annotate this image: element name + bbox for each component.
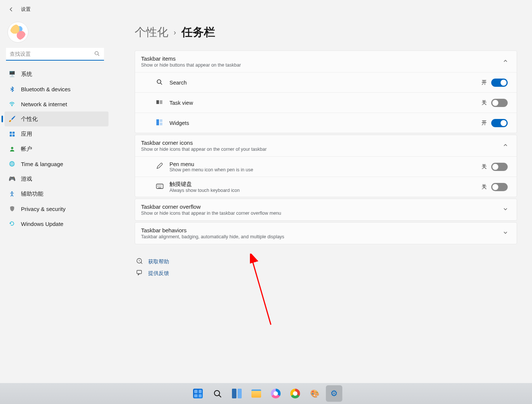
avatar[interactable]	[7, 22, 28, 43]
section-title: Taskbar items	[141, 55, 241, 62]
sidebar-item-label: 帐户	[21, 146, 32, 153]
svg-point-9	[11, 192, 12, 193]
sidebar-item-update[interactable]: Windows Update	[4, 216, 108, 231]
svg-rect-3	[12, 131, 15, 134]
sidebar-item-apps-icon	[8, 131, 16, 137]
svg-rect-11	[156, 100, 159, 104]
svg-rect-14	[160, 119, 162, 122]
svg-rect-15	[160, 123, 162, 125]
taskbar-settings[interactable]: ⚙	[326, 385, 342, 402]
chevron-down-icon	[503, 207, 508, 212]
sidebar-item-gaming[interactable]: 🎮游戏	[4, 171, 108, 186]
toggle-search[interactable]	[491, 79, 508, 87]
search-input[interactable]	[6, 48, 104, 61]
sidebar-item-label: Bluetooth & devices	[21, 86, 71, 92]
sidebar-item-label: 个性化	[21, 116, 38, 123]
sidebar-item-bluetooth-icon	[8, 86, 16, 92]
link-text: 获取帮助	[148, 258, 169, 265]
toggle-state-label: 关	[481, 100, 487, 106]
taskbar-chrome[interactable]	[287, 385, 303, 402]
sidebar-item-network-icon	[8, 101, 16, 107]
sidebar-item-system-icon: 🖥️	[8, 71, 16, 77]
taskbar-start[interactable]	[190, 385, 206, 402]
sidebar-item-personalization[interactable]: 🖌️个性化	[4, 111, 108, 126]
svg-rect-13	[156, 119, 159, 125]
feedback-icon	[136, 269, 143, 277]
toggle-taskview[interactable]	[491, 99, 508, 107]
taskview-icon	[156, 100, 163, 106]
sidebar-item-label: 辅助功能	[21, 190, 43, 198]
toggle-taskview-row: Task view 关	[135, 92, 517, 113]
sidebar-item-personalization-icon: 🖌️	[8, 116, 16, 122]
breadcrumb: 个性化 › 任务栏	[135, 25, 517, 40]
search-icon	[156, 79, 163, 86]
section-title: Taskbar corner icons	[141, 140, 267, 146]
svg-point-6	[11, 147, 13, 149]
breadcrumb-parent[interactable]: 个性化	[135, 25, 168, 40]
sidebar-item-accounts[interactable]: 帐户	[4, 141, 108, 156]
taskbar-explorer[interactable]	[248, 385, 265, 402]
chevron-up-icon	[503, 59, 508, 64]
sidebar-item-system[interactable]: 🖥️系统	[4, 67, 108, 82]
taskbar-taskview[interactable]	[229, 385, 245, 402]
svg-rect-19	[137, 270, 142, 274]
chevron-down-icon	[503, 230, 508, 236]
page-title: 任务栏	[181, 25, 215, 40]
expander-corner-icons[interactable]: Taskbar corner icons Show or hide icons …	[135, 135, 517, 156]
sidebar-item-label: Privacy & security	[21, 206, 65, 212]
link-text: 提供反馈	[148, 270, 169, 277]
toggle-state-label: 开	[481, 120, 487, 126]
svg-rect-4	[9, 134, 12, 137]
sidebar-item-label: 应用	[21, 131, 32, 138]
help-icon: ?	[136, 258, 143, 266]
svg-text:?: ?	[138, 259, 140, 263]
sidebar-item-label: Time & language	[21, 161, 63, 167]
chevron-up-icon	[503, 143, 508, 149]
sidebar-item-update-icon	[8, 221, 16, 227]
section-subtitle: Show or hide icons that appear in the ta…	[141, 211, 281, 216]
toggle-search-row: Search 开	[135, 72, 517, 92]
toggle-widgets-row: Widgets 开	[135, 113, 517, 133]
sidebar-item-accounts-icon	[8, 146, 16, 152]
row-subtitle: Show pen menu icon when pen is in use	[169, 167, 253, 172]
toggle-widgets[interactable]	[491, 119, 508, 127]
get-help-link[interactable]: ? 获取帮助	[136, 258, 517, 266]
section-title: Taskbar corner overflow	[141, 203, 281, 210]
chevron-right-icon: ›	[174, 28, 176, 37]
svg-point-21	[214, 391, 220, 396]
sidebar: 🖥️系统Bluetooth & devicesNetwork & interne…	[0, 19, 112, 383]
windows-taskbar: 🎨⚙	[0, 383, 532, 404]
taskbar-search[interactable]	[209, 385, 226, 402]
taskbar-paint[interactable]: 🎨	[306, 385, 323, 402]
svg-point-10	[157, 80, 161, 83]
section-corner-overflow[interactable]: Taskbar corner overflow Show or hide ico…	[135, 199, 517, 221]
sidebar-item-accessibility-icon	[8, 191, 16, 197]
expander-taskbar-items[interactable]: Taskbar items Show or hide buttons that …	[135, 51, 517, 72]
row-title: Task view	[169, 100, 193, 106]
toggle-pen[interactable]	[491, 163, 508, 171]
sidebar-item-accessibility[interactable]: 辅助功能	[4, 186, 108, 201]
toggle-pen-row: Pen menuShow pen menu icon when pen is i…	[135, 156, 517, 177]
sidebar-item-network[interactable]: Network & internet	[4, 97, 108, 111]
toggle-touchkeyboard[interactable]	[491, 183, 508, 191]
sidebar-item-gaming-icon: 🎮	[8, 175, 16, 182]
section-subtitle: Show or hide icons that appear on the co…	[141, 147, 267, 152]
window-title: 设置	[21, 6, 31, 13]
section-taskbar-behaviors[interactable]: Taskbar behaviors Taskbar alignment, bad…	[135, 222, 517, 244]
sidebar-item-apps[interactable]: 应用	[4, 126, 108, 141]
sidebar-item-label: Windows Update	[21, 221, 63, 227]
toggle-touchkeyboard-row: 触摸键盘Always show touch keyboard icon 关	[135, 177, 517, 197]
sidebar-item-bluetooth[interactable]: Bluetooth & devices	[4, 82, 108, 97]
row-title: Pen menu	[169, 161, 253, 167]
sidebar-item-label: 游戏	[21, 175, 32, 183]
sidebar-item-time[interactable]: Time & language	[4, 156, 108, 171]
sidebar-item-privacy[interactable]: Privacy & security	[4, 201, 108, 216]
sidebar-item-time-icon	[8, 161, 16, 167]
toggle-state-label: 关	[481, 184, 487, 190]
svg-point-1	[12, 105, 12, 106]
taskbar-chrome-canary[interactable]	[267, 385, 284, 402]
sidebar-item-label: Network & internet	[21, 101, 67, 107]
give-feedback-link[interactable]: 提供反馈	[136, 269, 517, 277]
svg-rect-2	[9, 131, 12, 134]
back-button[interactable]	[6, 4, 16, 15]
